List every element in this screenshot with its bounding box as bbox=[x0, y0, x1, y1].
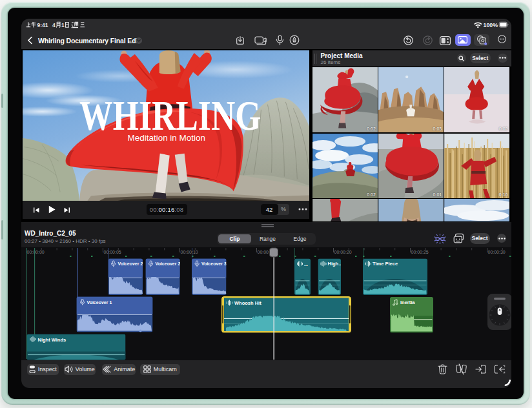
svg-text:High...: High... bbox=[328, 261, 343, 267]
svg-text:WHIRLING: WHIRLING bbox=[79, 91, 261, 138]
svg-text:1: 1 bbox=[61, 22, 65, 28]
svg-text:00:00:30: 00:00:30 bbox=[488, 250, 506, 254]
svg-text:Meditation in Motion: Meditation in Motion bbox=[127, 132, 205, 142]
svg-text:Voiceover 3: Voiceover 3 bbox=[201, 261, 227, 266]
svg-text:00:00:10: 00:00:10 bbox=[181, 250, 198, 254]
svg-text:Whoosh Hit: Whoosh Hit bbox=[234, 300, 261, 306]
svg-text:00:00:00: 00:00:00 bbox=[27, 250, 45, 254]
svg-text:Voiceover 1: Voiceover 1 bbox=[87, 300, 112, 305]
svg-text:00:00:20: 00:00:20 bbox=[334, 250, 352, 254]
svg-text:00:00:05: 00:00:05 bbox=[104, 250, 121, 254]
svg-text:4: 4 bbox=[52, 22, 56, 28]
svg-text:100%: 100% bbox=[484, 22, 498, 28]
svg-text:9:41: 9:41 bbox=[37, 22, 48, 28]
svg-text:Voiceover 2: Voiceover 2 bbox=[156, 261, 181, 266]
svg-text:Time Piece: Time Piece bbox=[373, 261, 398, 267]
svg-text:Night Winds: Night Winds bbox=[38, 337, 66, 343]
svg-text:Inertia: Inertia bbox=[400, 300, 415, 305]
svg-text:00:00:25: 00:00:25 bbox=[411, 250, 429, 254]
svg-text:...: ... bbox=[304, 262, 308, 267]
svg-text:Voiceover 2: Voiceover 2 bbox=[118, 261, 143, 266]
